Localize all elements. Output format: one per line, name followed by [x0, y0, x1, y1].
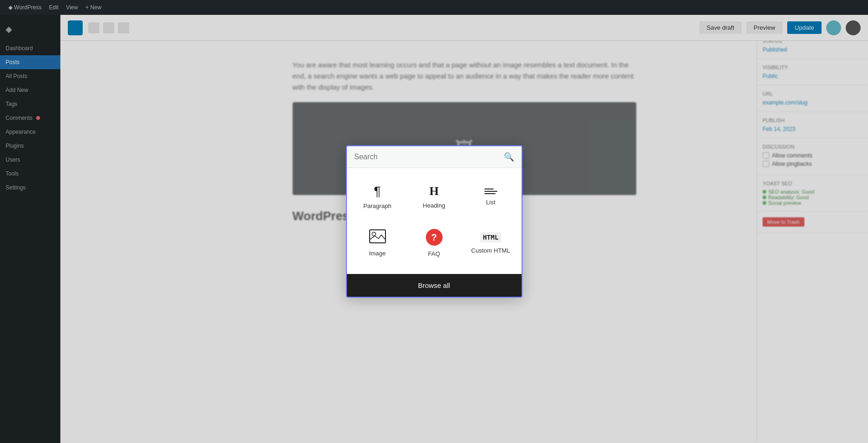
- heading-icon: H: [429, 185, 438, 197]
- svg-rect-2: [370, 230, 385, 243]
- block-heading[interactable]: H Heading: [408, 177, 460, 217]
- faq-icon: ?: [426, 229, 443, 246]
- search-icon: 🔍: [504, 152, 514, 162]
- list-icon: [484, 189, 497, 194]
- list-label: List: [486, 199, 495, 206]
- faq-label: FAQ: [428, 250, 440, 257]
- svg-point-3: [372, 232, 376, 236]
- arrow-annotation: [346, 215, 347, 228]
- block-custom-html[interactable]: HTML Custom HTML: [465, 222, 517, 265]
- image-label: Image: [369, 250, 385, 257]
- paragraph-label: Paragraph: [363, 202, 392, 209]
- heading-label: Heading: [423, 202, 445, 209]
- admin-bar: ◆ WordPress Edit View + New: [0, 0, 868, 15]
- inserter-grid: ¶ Paragraph H Heading List: [347, 168, 522, 274]
- svg-marker-1: [346, 218, 347, 225]
- block-paragraph[interactable]: ¶ Paragraph: [352, 177, 404, 217]
- paragraph-icon: ¶: [374, 185, 381, 198]
- admin-bar-view[interactable]: View: [62, 4, 82, 11]
- browse-all-button[interactable]: Browse all: [347, 274, 522, 297]
- image-icon: [369, 229, 386, 245]
- search-input[interactable]: [354, 153, 504, 161]
- admin-bar-logo[interactable]: ◆ WordPress: [5, 4, 45, 11]
- html-label: Custom HTML: [471, 247, 510, 254]
- block-inserter-popup: 🔍 ¶ Paragraph H Heading List: [346, 145, 522, 298]
- inserter-search-bar[interactable]: 🔍: [347, 146, 522, 168]
- block-list[interactable]: List: [465, 177, 517, 217]
- block-faq[interactable]: ? FAQ: [408, 222, 460, 265]
- block-image[interactable]: Image: [352, 222, 404, 265]
- overlay[interactable]: 🔍 ¶ Paragraph H Heading List: [0, 0, 868, 443]
- admin-bar-new[interactable]: + New: [82, 4, 105, 11]
- admin-bar-edit[interactable]: Edit: [45, 4, 62, 11]
- html-icon: HTML: [480, 232, 502, 242]
